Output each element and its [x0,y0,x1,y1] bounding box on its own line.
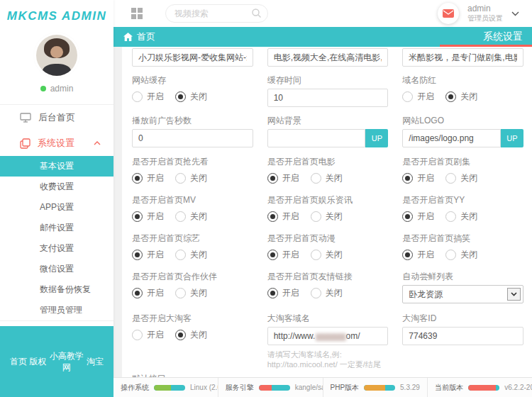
collect-list-select[interactable]: 卧龙资源 [402,285,523,303]
sidebar-subitem-mail-settings[interactable]: 邮件设置 [0,218,113,238]
site-title-input[interactable] [132,48,253,67]
radio-circle [132,91,143,102]
radio-on[interactable]: 开启 [402,211,434,223]
radio-off[interactable]: 关闭 [175,329,207,341]
taoke-domain-input[interactable]: http://www.▆▆▆▆▆om/ [267,327,389,345]
radio-circle [175,211,186,222]
status-value: kangle/sakura [295,384,323,391]
radio-off[interactable]: 关闭 [445,91,477,103]
radio-circle [402,250,413,260]
radio-on[interactable]: 开启 [267,287,299,299]
radio-off[interactable]: 关闭 [445,249,477,261]
field-label: 是否开启首页MV [132,195,253,205]
radio-off[interactable]: 关闭 [445,211,477,223]
radio-label: 开启 [147,172,164,184]
radio-off[interactable]: 关闭 [175,91,207,103]
radio-on[interactable]: 开启 [402,172,434,184]
radio-off[interactable]: 关闭 [175,287,207,299]
site-description-input[interactable] [402,48,523,67]
field-label: 是否开启首页动漫 [267,233,389,243]
sidebar-item-system-settings[interactable]: 系统设置 [0,130,113,156]
breadcrumb-home-label: 首页 [137,30,155,43]
radio-circle [175,250,186,260]
footer-link-home[interactable]: 首页 [10,356,27,367]
toggle-field-friend-links: 是否开启首页友情链接 开启 关闭 [267,272,389,303]
taoke-id-input[interactable] [402,327,523,345]
online-status-dot [40,86,46,91]
search-icon[interactable] [251,8,262,18]
upload-background-button[interactable]: UP [365,129,388,147]
radio-on[interactable]: 开启 [132,172,164,184]
sidebar-subitem-payment-settings[interactable]: 支付设置 [0,238,113,259]
field-label: 是否开启首页YY [402,195,523,205]
search-box [165,4,268,23]
radio-circle [175,173,186,184]
radio-off[interactable]: 关闭 [445,172,477,184]
radio-on[interactable]: 开启 [132,249,164,261]
field-site-background: 网站背景 UP [267,116,389,147]
radio-circle [132,250,143,260]
site-background-input[interactable] [267,129,366,147]
progress-fill [154,385,171,391]
field-auto-collect-list: 自动尝鲜列表 卧龙资源 [402,272,523,303]
radio-circle [132,211,143,222]
radio-label: 关闭 [190,249,207,261]
status-server-engine: 服务引擎 kangle/sakura [218,378,323,397]
user-menu[interactable]: admin 管理员设置 [467,4,503,23]
field-label: 是否开启首页合作伙伴 [132,272,253,281]
footer-link-xiaogao[interactable]: 小高教学网 [49,350,84,373]
sidebar-subitem-app-settings[interactable]: APP设置 [0,197,113,218]
radio-off[interactable]: 关闭 [311,172,343,184]
upload-logo-button[interactable]: UP [501,129,523,147]
sidebar-subitem-backup-restore[interactable]: 数据备份恢复 [0,279,113,300]
field-label: 域名防红 [402,75,523,85]
radio-on[interactable]: 开启 [267,172,299,184]
sidebar-subitem-wechat-settings[interactable]: 微信设置 [0,259,113,279]
radio-label: 开启 [282,287,299,299]
radio-on[interactable]: 开启 [132,287,164,299]
radio-on[interactable]: 开启 [267,211,299,223]
radio-on[interactable]: 开启 [402,91,434,103]
radio-label: 开启 [417,211,434,223]
footer-link-taobao[interactable]: 淘宝 [87,356,104,367]
radio-on[interactable]: 开启 [267,249,299,261]
radio-off[interactable]: 关闭 [311,249,343,261]
radio-circle [267,288,278,298]
radio-off[interactable]: 关闭 [175,211,207,223]
radio-off[interactable]: 关闭 [175,172,207,184]
sidebar-subitem-basic-settings[interactable]: 基本设置 [0,156,113,177]
field-site-title [132,48,253,67]
avatar-face [50,46,63,58]
sidebar-subitem-fee-settings[interactable]: 收费设置 [0,177,113,197]
radio-off[interactable]: 关闭 [311,287,343,299]
radio-on[interactable]: 开启 [132,329,164,341]
status-label: 操作系统 [121,383,149,393]
site-keywords-input[interactable] [267,48,389,67]
version-progress-bar [468,385,499,391]
progress-fill [259,385,272,391]
engine-progress-bar [259,385,290,391]
radio-on[interactable]: 开启 [132,91,164,103]
field-label: 是否开启首页电影 [267,157,389,167]
radio-on[interactable]: 开启 [402,249,434,261]
field-label: 是否开启首页综艺 [132,233,253,243]
footer-link-copyright[interactable]: 版权 [29,356,46,367]
ad-seconds-input[interactable] [132,129,253,147]
radio-off[interactable]: 关闭 [175,249,207,261]
radio-on[interactable]: 开启 [132,211,164,223]
monitor-icon [20,113,31,123]
grid-menu-icon[interactable] [131,8,143,19]
radio-off[interactable]: 关闭 [311,211,343,223]
site-logo-input[interactable] [402,129,501,147]
breadcrumb[interactable]: 首页 [113,30,155,43]
avatar[interactable] [36,35,77,76]
os-progress-bar [154,385,185,391]
status-label: 当前版本 [435,383,463,393]
sidebar-item-dashboard[interactable]: 后台首页 [0,105,113,130]
field-label: 是否开启首页搞笑 [402,233,523,243]
sidebar-subitem-admin-management[interactable]: 管理员管理 [0,300,113,320]
cache-time-input[interactable] [267,89,389,107]
mail-button[interactable] [438,3,459,24]
field-label: 是否开启首页友情链接 [267,272,389,281]
chevron-down-icon[interactable] [511,11,519,16]
